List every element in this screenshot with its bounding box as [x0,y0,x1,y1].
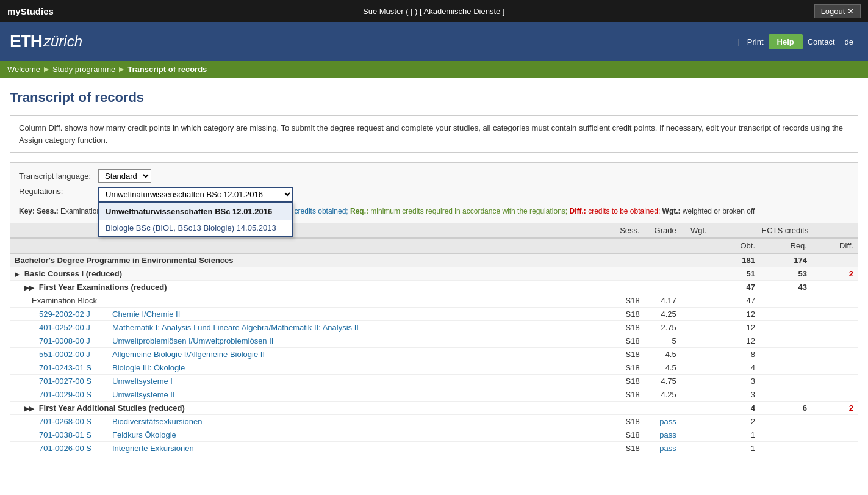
main-content: Transcript of records Column Diff. shows… [0,78,868,468]
toggle-first-year-additional[interactable]: ▶▶ [24,405,34,412]
row10-req [760,442,812,455]
row6-label[interactable]: Umweltsysteme I [107,375,608,388]
print-link[interactable]: Print [742,35,769,49]
row8-wgt [681,415,712,428]
transcript-language-select[interactable]: Standard [98,169,151,183]
toggle-first-year[interactable]: ▶▶ [24,284,34,291]
table-row: 701-0038-01 S Feldkurs Ökologie S18 pass… [10,428,858,442]
th-diff: Diff. [812,238,858,253]
row6-grade: 4.75 [645,375,681,388]
row7-wgt [681,388,712,402]
reg-dd-item-1[interactable]: Umweltnaturwissenschaften BSc 12.01.2016 [99,203,292,220]
basic-courses-obt: 51 [712,267,760,281]
page-title: Transcript of records [10,90,858,106]
app-title: myStudies [7,6,54,16]
th-empty3 [608,238,645,253]
sep1: | [737,37,739,46]
basic-courses-diff: 2 [812,267,858,281]
row10-grade: pass [645,442,681,455]
key-label: Key: [19,207,35,215]
row2-diff [812,321,858,334]
th-ects: ECTS credits [712,223,858,238]
th-grade: Grade [645,223,681,238]
row9-diff [812,428,858,442]
row2-code: 401-0252-00 J [10,321,107,334]
row6-code: 701-0027-00 S [10,375,107,388]
row2-label[interactable]: Mathematik I: Analysis I und Lineare Alg… [107,321,608,334]
row3-diff [812,334,858,348]
regulations-dropdown[interactable]: Umweltnaturwissenschaften BSc 12.01.2016… [98,187,293,202]
row3-label[interactable]: Umweltproblemlösen I/Umweltproblemlösen … [107,334,608,348]
row9-obt: 1 [712,428,760,442]
row7-obt: 3 [712,388,760,402]
breadcrumb-welcome[interactable]: Welcome [7,65,40,74]
th-empty2 [107,238,608,253]
row7-code: 701-0029-00 S [10,388,107,402]
eth-logo: ETH [10,32,42,51]
info-box: Column Diff. shows how many credit point… [10,115,858,153]
info-text: Column Diff. shows how many credit point… [19,123,843,145]
row1-label[interactable]: Chemie I/Chemie II [107,308,608,321]
th-sess: Sess. [608,223,645,238]
row3-wgt [681,334,712,348]
row8-obt: 2 [712,415,760,428]
zurich-logo: zürich [43,33,82,50]
row10-wgt [681,442,712,455]
row5-sess: S18 [608,361,645,375]
header-links: | Print Help Contact de [735,34,858,49]
row9-label[interactable]: Feldkurs Ökologie [107,428,608,442]
reg-dd-item-2[interactable]: Biologie BSc (BIOL, BSc13 Biologie) 14.0… [99,220,292,236]
first-year-additional-label: ▶▶ First Year Additional Studies (reduce… [10,402,712,415]
table-row: 701-0027-00 S Umweltsysteme I S18 4.75 3 [10,375,858,388]
row5-req [760,361,812,375]
table-row: 529-2002-02 J Chemie I/Chemie II S18 4.2… [10,308,858,321]
regulations-select[interactable]: Umweltnaturwissenschaften BSc 12.01.2016… [98,187,293,202]
row6-wgt [681,375,712,388]
key-diff: Diff.: credits to be obtained; [569,207,660,215]
row3-req [760,334,812,348]
logout-button[interactable]: Logout ✕ [814,4,861,18]
row10-code: 701-0026-00 S [10,442,107,455]
row1-req [760,308,812,321]
row9-wgt [681,428,712,442]
row7-label[interactable]: Umweltsysteme II [107,388,608,402]
row4-diff [812,348,858,361]
exam-block-obt: 47 [712,294,760,308]
top-bar: myStudies Sue Muster ( | ) [ Akademische… [0,0,868,22]
help-button[interactable]: Help [769,34,803,49]
username: Sue Muster [363,7,403,16]
table-row: ▶ Basic Courses I (reduced) 51 53 2 [10,267,858,281]
regulations-dropdown-menu: Umweltnaturwissenschaften BSc 12.01.2016… [98,202,293,237]
basic-courses-label: ▶ Basic Courses I (reduced) [10,267,712,281]
th-obt: Obt. [712,238,760,253]
user-extra: ( | ) [ Akademische Dienste ] [406,7,504,16]
bachelors-obt: 181 [712,253,760,267]
toggle-basic-courses[interactable]: ▶ [15,271,20,278]
contact-link[interactable]: Contact [803,35,840,49]
row6-diff [812,375,858,388]
table-row: Examination Block S18 4.17 47 [10,294,858,308]
row5-label[interactable]: Biologie III: Ökologie [107,361,608,375]
row2-obt: 12 [712,321,760,334]
first-year-additional-req: 6 [760,402,812,415]
transcript-language-label: Transcript language: [19,172,92,181]
row10-label[interactable]: Integrierte Exkursionen [107,442,608,455]
row4-label[interactable]: Allgemeine Biologie I/Allgemeine Biologi… [107,348,608,361]
row1-sess: S18 [608,308,645,321]
row1-obt: 12 [712,308,760,321]
row8-label[interactable]: Biodiversitätsexkursionen [107,415,608,428]
lang-link[interactable]: de [840,35,858,49]
row9-req [760,428,812,442]
breadcrumb-study-programme[interactable]: Study programme [52,65,115,74]
regulations-row: Regulations: Umweltnaturwissenschaften B… [19,187,849,202]
arrow2: ▶ [119,65,124,73]
row4-wgt [681,348,712,361]
row7-grade: 4.25 [645,388,681,402]
th-empty5 [681,238,712,253]
table-row: 401-0252-00 J Mathematik I: Analysis I u… [10,321,858,334]
th-empty1 [10,238,107,253]
table-row: 701-0029-00 S Umweltsysteme II S18 4.25 … [10,388,858,402]
row4-sess: S18 [608,348,645,361]
row10-sess: S18 [608,442,645,455]
table-row: 701-0026-00 S Integrierte Exkursionen S1… [10,442,858,455]
